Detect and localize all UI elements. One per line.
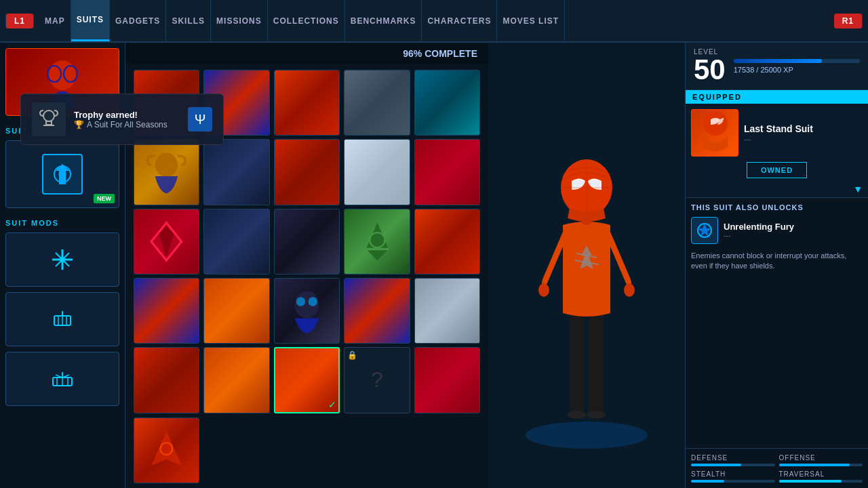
stat-stealth-label: STEALTH [691,470,775,478]
trophy-icon [32,102,66,136]
equipped-suit-thumb[interactable] [691,109,738,157]
l1-button[interactable]: L1 [5,14,34,28]
expand-arrow-icon[interactable]: ▼ [686,184,868,197]
stat-offense-fill [779,464,850,466]
character-figure [505,69,668,462]
level-section: LEVEL 50 17538 / 25000 XP [686,43,868,90]
spiderman-model [512,76,661,455]
svg-point-35 [568,411,587,419]
playstation-icon: Ψ [188,107,212,131]
equipped-header: EQUIPPED [686,90,868,104]
stat-defense-fill [691,464,741,466]
suit-thumb-25[interactable] [414,347,480,413]
svg-point-39 [538,283,549,297]
suit-mods-section: SUIT MODS [5,216,119,411]
level-number: 50 [694,56,726,84]
svg-point-36 [587,411,606,419]
equipped-suit-name: Last Stand Suit [744,123,813,134]
suit-thumb-22[interactable] [203,347,269,413]
suit-thumb-21[interactable] [134,347,199,413]
suit-thumb-12[interactable] [203,209,269,274]
unlock-ability-icon [691,217,718,244]
stats-section: DEFENSE OFFENSE STEALTH [686,448,868,488]
suit-thumb-23[interactable]: ✓ [274,347,340,413]
stat-stealth-bar [691,480,775,483]
suit-thumb-11[interactable] [134,209,199,274]
suit-thumb-14[interactable] [344,209,410,274]
stat-defense: DEFENSE [691,454,775,466]
suit-thumb-26[interactable] [134,418,199,483]
suit-thumb-3[interactable] [274,70,340,136]
svg-point-29 [296,298,305,306]
r1-button[interactable]: R1 [834,14,863,28]
suit-power-box[interactable]: NEW [5,140,119,208]
suit-thumb-4[interactable] [344,70,410,136]
character-display [488,43,685,488]
mod-icon-3 [45,362,79,396]
svg-rect-33 [570,306,585,415]
xp-bar-wrap: 17538 / 25000 XP [734,59,860,74]
nav-collections[interactable]: COLLECTIONS [268,0,345,41]
nav-moves-list[interactable]: MOVES LIST [497,0,565,41]
suit-mods-label: SUIT MODS [5,219,119,227]
mod-box-3[interactable] [5,352,119,406]
svg-point-40 [624,283,635,297]
equipped-suit-sub: --- [744,136,813,143]
suit-thumb-6[interactable] [134,139,199,205]
new-badge: NEW [94,194,115,203]
suit-thumb-8[interactable] [274,139,340,205]
svg-rect-1 [46,121,52,125]
suit-thumb-16[interactable] [134,278,199,344]
mod-box-2[interactable] [5,292,119,346]
suit-thumb-24[interactable]: 🔒 ? [344,347,410,413]
nav-skills[interactable]: SKILLS [166,0,211,41]
unlock-name: Unrelenting Fury [724,222,794,232]
unlock-description: Enemies cannot block or interrupt your a… [691,251,863,272]
suit-thumb-18[interactable] [274,278,340,344]
trophy-name: 🏆 A Suit For All Seasons [74,120,167,129]
suit-thumb-15[interactable] [414,209,480,274]
suit-thumb-7[interactable] [203,139,269,205]
svg-point-26 [155,152,178,177]
nav-map[interactable]: MAP [39,0,71,41]
stat-stealth: STEALTH [691,470,775,483]
nav-benchmarks[interactable]: BENCHMARKS [345,0,422,41]
suit-thumb-20[interactable] [414,278,480,344]
lock-icon: 🔒 [347,350,357,360]
nav-gadgets[interactable]: GADGETS [110,0,166,41]
equipped-content: Last Stand Suit --- [686,104,868,162]
suit-thumb-10[interactable] [414,139,480,205]
question-mark: ? [371,367,383,392]
xp-bar-fill [734,59,822,63]
stat-defense-bar [691,464,775,466]
xp-bar-background [734,59,860,63]
suit-selected-check: ✓ [328,399,336,410]
suit-thumb-17[interactable] [203,278,269,344]
unlock-sub: --- [724,232,794,239]
svg-point-30 [309,298,317,306]
stats-grid: DEFENSE OFFENSE STEALTH [691,454,863,483]
unlock-item: Unrelenting Fury --- [691,217,863,244]
nav-characters[interactable]: CHARACTERS [422,0,497,41]
nav-suits[interactable]: SUITS [71,0,110,41]
right-panel: LEVEL 50 17538 / 25000 XP EQUIPPED [685,43,868,488]
svg-point-13 [60,257,65,262]
unlocks-section: THIS SUIT ALSO UNLOCKS Unrelenting Fury … [686,198,868,448]
trophy-notification: Trophy earned! 🏆 A Suit For All Seasons … [20,94,224,145]
owned-button[interactable]: OWNED [747,162,807,178]
svg-point-3 [49,60,76,90]
stat-offense: OFFENSE [779,454,863,466]
stat-traversal-label: TRAVERSAL [779,470,863,478]
stat-traversal-bar [779,480,863,483]
svg-rect-2 [43,125,54,126]
suit-thumb-13[interactable] [274,209,340,274]
stat-defense-label: DEFENSE [691,454,775,462]
trophy-earned-text: Trophy earned! [74,110,167,120]
mod-icon-2 [45,302,79,336]
mod-box-1[interactable] [5,232,119,287]
nav-missions[interactable]: MISSIONS [211,0,268,41]
suit-thumb-19[interactable] [344,278,410,344]
suit-thumb-9[interactable] [344,139,410,205]
unlocks-title: THIS SUIT ALSO UNLOCKS [691,203,863,211]
suit-thumb-5[interactable] [414,70,480,136]
